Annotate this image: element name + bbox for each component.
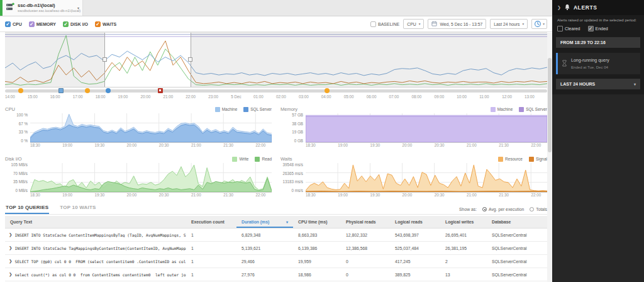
column-header[interactable]: Physical reads ▾ [341, 216, 390, 228]
column-header[interactable]: Database ▾ [487, 216, 547, 228]
baseline-toggle[interactable]: BASELINE [370, 21, 399, 27]
alerts-range-select[interactable]: LAST 24 HOURS ▾ [556, 79, 640, 89]
timeline-event-marker[interactable] [58, 88, 64, 93]
alert-item[interactable]: Long-running query Ended at Tue, Dec 04 [556, 53, 640, 74]
overview-timeline-chart[interactable] [5, 32, 547, 87]
y-tick-label: 38 GB [292, 122, 303, 126]
column-header[interactable]: Execution count ▾ [186, 216, 236, 228]
radio-button[interactable] [530, 207, 534, 212]
filter-checkbox[interactable]: ✓ [588, 26, 594, 31]
query-tab[interactable]: TOP 10 WAITS [59, 202, 96, 214]
x-tick-label: 21:30 [499, 143, 509, 147]
scrollbar-thumb[interactable] [548, 58, 552, 152]
column-header[interactable]: Logical writes ▾ [440, 216, 487, 228]
show-as-label: Show as: [459, 207, 477, 212]
waits-chart[interactable] [306, 163, 547, 193]
metric-charts-grid: CPU Machine SQL Server [0, 101, 552, 199]
radio-button[interactable] [482, 207, 487, 212]
server-tab[interactable]: ssc-db-n1\(local) sscdbcluster.ssc.local… [0, 0, 83, 16]
database-cell: SQLServerCentral [487, 259, 547, 264]
x-tick-label: 22:00 [531, 193, 541, 197]
x-tick-label: 20:00 [402, 143, 413, 147]
duration-cell: 5,139,621 [236, 246, 293, 251]
legend-swatch [215, 107, 220, 112]
baseline-metric-value: CPU [407, 22, 416, 26]
cpu-time-cell: 19,959 [293, 259, 341, 264]
tab-caret-down-icon[interactable]: ▾ [77, 6, 79, 10]
y-tick-label: 0 ms/s [291, 189, 303, 193]
legend-swatch [519, 107, 524, 112]
query-table-row[interactable]: ❯ INSERT INTO StatsCache_TagMappingsByCo… [5, 242, 547, 255]
filter-label: Cleared [565, 26, 580, 31]
x-tick-label: 18:30 [306, 143, 316, 147]
logical-writes-cell: 26,381,195 [440, 246, 487, 251]
metric-checkbox[interactable]: ✓ [63, 21, 69, 27]
x-tick-label: 21:30 [499, 193, 509, 197]
metric-toggle[interactable]: ✓ DISK I/O [63, 21, 88, 27]
metric-toggle[interactable]: ✓ CPU [5, 21, 22, 27]
query-table-row[interactable]: ❯ SELECT TOP (@p0) col_0_0_ FROM (select… [5, 255, 547, 268]
column-header[interactable]: Duration (ms) ▾ [236, 216, 293, 228]
column-header[interactable]: CPU time (ms) ▾ [293, 216, 341, 228]
expand-chevron-icon[interactable]: ❯ [9, 272, 12, 277]
timeline-event-marker[interactable] [158, 88, 163, 93]
rewind-time-button[interactable]: ▾ [531, 19, 547, 29]
filter-checkbox[interactable]: ✓ [557, 26, 563, 31]
metric-checkbox[interactable]: ✓ [29, 21, 35, 27]
alert-filter-toggle[interactable]: ✓ Cleared [557, 26, 580, 31]
query-table-row[interactable]: ❯ INSERT INTO StatsCache_ContentItemMapp… [5, 228, 547, 242]
alerts-sidebar: ❯ ALERTS Alerts raised or updated in the… [552, 0, 644, 282]
alert-period-header: FROM 18:29 TO 22:16 [556, 37, 640, 48]
cpu-chart[interactable] [30, 113, 272, 143]
baseline-metric-select[interactable]: CPU ▾ [403, 19, 424, 29]
logical-writes-cell: 13 [440, 273, 487, 277]
x-tick-label: 20:30 [435, 143, 445, 147]
x-tick-label: 22:00 [531, 143, 541, 147]
column-header[interactable]: Logical reads ▾ [390, 216, 440, 228]
metric-toggle[interactable]: ✓ MEMORY [29, 21, 56, 27]
legend-label: Machine [497, 107, 513, 111]
alert-filter-toggle[interactable]: ✓ Ended [588, 26, 608, 31]
selection-handle-right[interactable] [188, 57, 192, 62]
legend-item: Read [255, 157, 272, 162]
x-tick-label: 19:00 [338, 193, 348, 197]
baseline-checkbox[interactable] [370, 21, 376, 27]
show-as-option[interactable]: Avg. per execution [482, 207, 524, 212]
time-range-select[interactable]: Last 24 hours ▾ [490, 19, 528, 29]
x-tick-label: 21:30 [223, 193, 233, 197]
alert-item-subtitle: Ended at Tue, Dec 04 [571, 64, 609, 70]
column-header[interactable]: Query Text ▾ [5, 216, 186, 228]
datetime-picker[interactable]: Wed, 5 Dec 16 - 13:57 [428, 19, 486, 29]
timeline-event-marker[interactable] [325, 88, 330, 93]
timeline-event-marker[interactable] [85, 88, 90, 93]
axis-tick-label: 08:00 [412, 94, 422, 99]
expand-chevron-icon[interactable]: ❯ [9, 259, 12, 264]
x-tick-label: 19:30 [94, 143, 104, 147]
expand-chevron-icon[interactable]: ❯ [9, 245, 12, 251]
sidebar-collapse-icon[interactable]: ❯ [557, 5, 561, 10]
caret-down-icon[interactable]: ▾ [543, 22, 545, 26]
disk-chart[interactable] [30, 163, 272, 193]
selection-handle-left[interactable] [103, 57, 107, 62]
query-tab[interactable]: TOP 10 QUERIES [5, 202, 49, 214]
metric-checkbox[interactable]: ✓ [95, 21, 101, 27]
axis-tick-label: 10:00 [457, 94, 467, 99]
timeline-event-marker[interactable] [18, 88, 23, 93]
column-header-label: Duration (ms) [242, 220, 269, 224]
filter-label: Ended [596, 26, 608, 31]
show-as-option[interactable]: Totals [530, 207, 547, 212]
x-tick-label: 20:30 [435, 193, 445, 197]
y-tick-label: 70 MB/s [13, 172, 28, 176]
axis-tick-label: 02:00 [276, 94, 286, 99]
timeline-event-marker[interactable] [106, 88, 111, 93]
vertical-scrollbar[interactable] [547, 33, 552, 282]
metric-toggle[interactable]: ✓ WAITS [95, 21, 116, 27]
metric-checkbox[interactable]: ✓ [5, 21, 11, 27]
x-tick-label: 21:30 [223, 143, 233, 147]
query-text: INSERT INTO StatsCache_ContentItemMappin… [14, 233, 186, 237]
expand-chevron-icon[interactable]: ❯ [9, 232, 12, 237]
query-table-row[interactable]: ❯ select count(*) as col_0_0_ from Conte… [5, 268, 547, 281]
axis-tick-label: 15:00 [28, 94, 38, 99]
memory-chart[interactable] [306, 113, 547, 143]
x-tick-label: 19:00 [62, 143, 72, 147]
